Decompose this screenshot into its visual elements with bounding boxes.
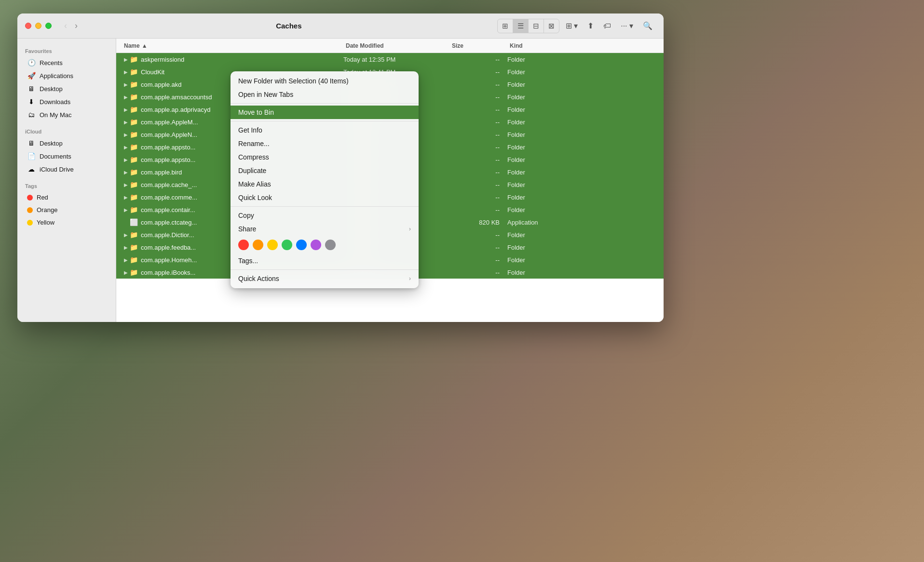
file-size: -- [449,181,507,188]
sidebar-item-red-tag[interactable]: Red [21,191,112,203]
menu-item-quick-look[interactable]: Quick Look [231,191,419,204]
favourites-section-title: Favourites [17,44,116,56]
table-row[interactable]: ▶ 📁 askpermissiond Today at 12:35 PM -- … [116,53,664,66]
file-kind: Folder [507,68,656,76]
column-view-button[interactable]: ⊟ [529,19,544,33]
sidebar-label-on-my-mac: On My Mac [40,111,71,119]
red-tag-dot [27,195,33,201]
sidebar: Favourites 🕐 Recents 🚀 Applications 🖥 De… [17,39,116,322]
size-column-header[interactable]: Size [452,42,510,49]
tag-blue[interactable] [296,240,307,250]
date-column-header[interactable]: Date Modified [346,42,452,49]
recents-icon: 🕐 [27,59,36,67]
tag-green[interactable] [282,240,292,250]
folder-icon: 📁 [130,106,138,113]
tag-red[interactable] [238,240,249,250]
sidebar-item-desktop[interactable]: 🖥 Desktop [21,82,112,95]
close-button[interactable] [25,23,31,29]
file-name: askpermissiond [141,56,343,63]
menu-item-copy[interactable]: Copy [231,209,419,222]
expand-arrow: ▶ [124,107,128,112]
more-button[interactable]: ··· ▾ [617,19,637,33]
menu-item-label: Share [238,225,256,233]
menu-item-rename[interactable]: Rename... [231,137,419,150]
menu-item-compress[interactable]: Compress [231,150,419,164]
folder-icon: 📁 [130,156,138,163]
expand-arrow: ▶ [124,69,128,75]
file-kind: Folder [507,144,656,151]
menu-item-label: Copy [238,212,254,219]
tag-yellow[interactable] [267,240,278,250]
menu-item-label: Make Alias [238,180,271,188]
share-button[interactable]: ⬆ [584,19,597,33]
file-size: -- [449,231,507,239]
tag-gray[interactable] [325,240,336,250]
menu-item-tags[interactable]: Tags... [231,254,419,268]
menu-item-open-tabs[interactable]: Open in New Tabs [231,88,419,101]
file-size: -- [449,94,507,101]
menu-item-duplicate[interactable]: Duplicate [231,164,419,177]
file-kind: Folder [507,131,656,138]
group-button[interactable]: ⊞ ▾ [562,19,581,33]
sidebar-item-on-my-mac[interactable]: 🗂 On My Mac [21,108,112,121]
menu-item-share[interactable]: Share › [231,222,419,236]
file-size: -- [449,194,507,201]
menu-item-label: Quick Actions [238,275,279,282]
gallery-view-button[interactable]: ⊠ [544,19,559,33]
sidebar-item-orange-tag[interactable]: Orange [21,204,112,216]
file-size: -- [449,81,507,88]
maximize-button[interactable] [45,23,52,29]
sidebar-label-downloads: Downloads [40,98,70,106]
sidebar-item-downloads[interactable]: ⬇ Downloads [21,95,112,108]
expand-arrow: ▶ [124,170,128,175]
expand-arrow: ▶ [124,120,128,125]
menu-item-quick-actions[interactable]: Quick Actions › [231,272,419,285]
file-size: -- [449,119,507,126]
folder-icon: 📁 [130,243,138,251]
tag-button[interactable]: 🏷 [600,19,614,33]
sidebar-item-applications[interactable]: 🚀 Applications [21,69,112,82]
sidebar-item-yellow-tag[interactable]: Yellow [21,216,112,228]
menu-item-label: Tags... [238,257,258,265]
sidebar-item-icloud-desktop[interactable]: 🖥 Desktop [21,137,112,149]
menu-separator [231,269,419,270]
minimize-button[interactable] [35,23,41,29]
file-kind: Folder [507,56,656,63]
expand-arrow: ▶ [124,132,128,137]
kind-column-header[interactable]: Kind [510,42,656,49]
back-button[interactable]: ‹ [61,19,70,33]
list-view-button[interactable]: ☰ [513,19,529,33]
forward-button[interactable]: › [72,19,81,33]
tag-orange[interactable] [253,240,263,250]
expand-arrow: ▶ [124,57,128,62]
menu-item-label: Move to Bin [238,108,274,116]
icloud-section-title: iCloud [17,125,116,136]
file-kind: Folder [507,256,656,264]
expand-arrow: ▶ [124,232,128,238]
folder-icon: 📁 [130,181,138,188]
sidebar-item-icloud-drive[interactable]: ☁ iCloud Drive [21,163,112,175]
icon-view-button[interactable]: ⊞ [498,19,513,33]
file-kind: Folder [507,269,656,276]
orange-tag-dot [27,207,33,213]
expand-arrow: ▶ [124,270,128,275]
file-date: Today at 12:35 PM [343,56,449,63]
search-button[interactable]: 🔍 [639,19,656,33]
menu-separator [231,121,419,121]
tag-purple[interactable] [311,240,321,250]
menu-item-get-info[interactable]: Get Info [231,123,419,137]
menu-item-make-alias[interactable]: Make Alias [231,177,419,191]
folder-icon: 📁 [130,231,138,239]
name-column-header[interactable]: Name ▲ [124,42,346,49]
documents-icon: 📄 [27,152,36,160]
expand-arrow: ▶ [124,207,128,213]
menu-item-new-folder[interactable]: New Folder with Selection (40 Items) [231,74,419,88]
sidebar-item-recents[interactable]: 🕐 Recents [21,56,112,69]
context-menu: New Folder with Selection (40 Items) Ope… [231,71,419,288]
menu-item-move-to-bin[interactable]: Move to Bin [231,106,419,119]
downloads-icon: ⬇ [27,98,36,106]
folder-icon: 📁 [130,206,138,214]
menu-item-label: Rename... [238,140,270,147]
tags-color-row [231,236,419,254]
sidebar-item-documents[interactable]: 📄 Documents [21,150,112,162]
